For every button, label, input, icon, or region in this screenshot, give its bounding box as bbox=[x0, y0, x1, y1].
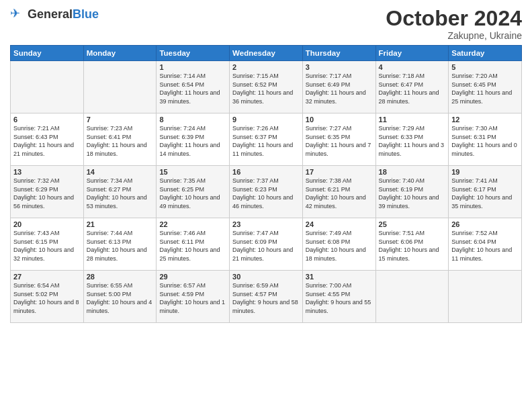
col-wednesday: Wednesday bbox=[230, 46, 303, 61]
day-detail: Sunrise: 7:21 AM Sunset: 6:43 PM Dayligh… bbox=[13, 124, 81, 158]
table-row: 3Sunrise: 7:17 AM Sunset: 6:49 PM Daylig… bbox=[302, 61, 375, 113]
day-detail: Sunrise: 7:32 AM Sunset: 6:29 PM Dayligh… bbox=[13, 177, 81, 210]
table-row: 12Sunrise: 7:30 AM Sunset: 6:31 PM Dayli… bbox=[449, 113, 522, 166]
day-number: 4 bbox=[379, 63, 446, 71]
table-row: 10Sunrise: 7:27 AM Sunset: 6:35 PM Dayli… bbox=[302, 113, 375, 166]
day-detail: Sunrise: 7:27 AM Sunset: 6:35 PM Dayligh… bbox=[306, 124, 373, 158]
day-detail: Sunrise: 7:17 AM Sunset: 6:49 PM Dayligh… bbox=[306, 72, 373, 105]
table-row bbox=[11, 61, 84, 113]
table-row: 7Sunrise: 7:23 AM Sunset: 6:41 PM Daylig… bbox=[83, 113, 157, 166]
table-row: 17Sunrise: 7:38 AM Sunset: 6:21 PM Dayli… bbox=[302, 166, 375, 218]
table-row: 16Sunrise: 7:37 AM Sunset: 6:23 PM Dayli… bbox=[230, 166, 303, 218]
day-detail: Sunrise: 7:30 AM Sunset: 6:31 PM Dayligh… bbox=[451, 124, 519, 158]
logo-general-text: General bbox=[28, 7, 73, 21]
calendar-week-row: 1Sunrise: 7:14 AM Sunset: 6:54 PM Daylig… bbox=[11, 61, 522, 113]
calendar-header-row: Sunday Monday Tuesday Wednesday Thursday… bbox=[11, 46, 522, 61]
table-row: 31Sunrise: 7:00 AM Sunset: 4:55 PM Dayli… bbox=[302, 271, 375, 323]
col-thursday: Thursday bbox=[302, 46, 375, 61]
day-number: 6 bbox=[13, 116, 81, 124]
day-detail: Sunrise: 7:43 AM Sunset: 6:15 PM Dayligh… bbox=[13, 229, 81, 263]
col-sunday: Sunday bbox=[11, 46, 84, 61]
location-title: Zakupne, Ukraine bbox=[386, 30, 522, 41]
day-detail: Sunrise: 7:41 AM Sunset: 6:17 PM Dayligh… bbox=[451, 177, 519, 210]
day-detail: Sunrise: 7:14 AM Sunset: 6:54 PM Dayligh… bbox=[159, 72, 226, 105]
calendar-week-row: 6Sunrise: 7:21 AM Sunset: 6:43 PM Daylig… bbox=[11, 113, 522, 166]
day-number: 18 bbox=[379, 168, 446, 176]
table-row: 4Sunrise: 7:18 AM Sunset: 6:47 PM Daylig… bbox=[375, 61, 449, 113]
table-row: 1Sunrise: 7:14 AM Sunset: 6:54 PM Daylig… bbox=[157, 61, 230, 113]
day-number: 17 bbox=[306, 168, 373, 176]
day-number: 19 bbox=[451, 168, 519, 176]
calendar-week-row: 20Sunrise: 7:43 AM Sunset: 6:15 PM Dayli… bbox=[11, 218, 522, 271]
day-detail: Sunrise: 7:52 AM Sunset: 6:04 PM Dayligh… bbox=[451, 229, 519, 263]
day-number: 1 bbox=[159, 63, 226, 71]
table-row bbox=[83, 61, 157, 113]
table-row bbox=[375, 271, 449, 323]
calendar-week-row: 27Sunrise: 6:54 AM Sunset: 5:02 PM Dayli… bbox=[11, 271, 522, 323]
col-saturday: Saturday bbox=[449, 46, 522, 61]
table-row: 29Sunrise: 6:57 AM Sunset: 4:59 PM Dayli… bbox=[157, 271, 230, 323]
day-number: 8 bbox=[159, 116, 226, 124]
day-detail: Sunrise: 7:34 AM Sunset: 6:27 PM Dayligh… bbox=[87, 177, 154, 210]
day-number: 15 bbox=[159, 168, 226, 176]
logo: ✈ GeneralBlue bbox=[10, 7, 99, 21]
logo-blue-text: Blue bbox=[73, 7, 99, 21]
day-detail: Sunrise: 6:57 AM Sunset: 4:59 PM Dayligh… bbox=[159, 281, 226, 315]
day-number: 10 bbox=[306, 116, 373, 124]
table-row: 6Sunrise: 7:21 AM Sunset: 6:43 PM Daylig… bbox=[11, 113, 84, 166]
day-detail: Sunrise: 7:18 AM Sunset: 6:47 PM Dayligh… bbox=[379, 72, 446, 105]
table-row: 20Sunrise: 7:43 AM Sunset: 6:15 PM Dayli… bbox=[11, 218, 84, 271]
table-row: 27Sunrise: 6:54 AM Sunset: 5:02 PM Dayli… bbox=[11, 271, 84, 323]
month-title: October 2024 bbox=[386, 7, 522, 30]
table-row: 28Sunrise: 6:55 AM Sunset: 5:00 PM Dayli… bbox=[83, 271, 157, 323]
table-row: 13Sunrise: 7:32 AM Sunset: 6:29 PM Dayli… bbox=[11, 166, 84, 218]
day-detail: Sunrise: 7:38 AM Sunset: 6:21 PM Dayligh… bbox=[306, 177, 373, 210]
table-row bbox=[449, 271, 522, 323]
day-number: 23 bbox=[232, 220, 300, 228]
table-row: 2Sunrise: 7:15 AM Sunset: 6:52 PM Daylig… bbox=[230, 61, 303, 113]
day-number: 30 bbox=[232, 273, 300, 281]
day-number: 29 bbox=[159, 273, 226, 281]
day-detail: Sunrise: 7:15 AM Sunset: 6:52 PM Dayligh… bbox=[232, 72, 300, 105]
day-number: 13 bbox=[13, 168, 81, 176]
day-number: 27 bbox=[13, 273, 81, 281]
logo-icon: ✈ bbox=[10, 7, 25, 21]
table-row: 30Sunrise: 6:59 AM Sunset: 4:57 PM Dayli… bbox=[230, 271, 303, 323]
day-detail: Sunrise: 6:55 AM Sunset: 5:00 PM Dayligh… bbox=[87, 281, 154, 315]
day-number: 31 bbox=[306, 273, 373, 281]
table-row: 22Sunrise: 7:46 AM Sunset: 6:11 PM Dayli… bbox=[157, 218, 230, 271]
svg-text:✈: ✈ bbox=[10, 7, 20, 20]
day-number: 9 bbox=[232, 116, 300, 124]
day-detail: Sunrise: 7:40 AM Sunset: 6:19 PM Dayligh… bbox=[379, 177, 446, 210]
day-number: 22 bbox=[159, 220, 226, 228]
day-detail: Sunrise: 7:46 AM Sunset: 6:11 PM Dayligh… bbox=[159, 229, 226, 263]
table-row: 19Sunrise: 7:41 AM Sunset: 6:17 PM Dayli… bbox=[449, 166, 522, 218]
day-number: 28 bbox=[87, 273, 154, 281]
table-row: 15Sunrise: 7:35 AM Sunset: 6:25 PM Dayli… bbox=[157, 166, 230, 218]
day-detail: Sunrise: 7:00 AM Sunset: 4:55 PM Dayligh… bbox=[306, 281, 373, 315]
day-detail: Sunrise: 7:26 AM Sunset: 6:37 PM Dayligh… bbox=[232, 124, 300, 158]
day-number: 25 bbox=[379, 220, 446, 228]
calendar-week-row: 13Sunrise: 7:32 AM Sunset: 6:29 PM Dayli… bbox=[11, 166, 522, 218]
day-number: 7 bbox=[87, 116, 154, 124]
table-row: 21Sunrise: 7:44 AM Sunset: 6:13 PM Dayli… bbox=[83, 218, 157, 271]
table-row: 9Sunrise: 7:26 AM Sunset: 6:37 PM Daylig… bbox=[230, 113, 303, 166]
day-detail: Sunrise: 7:51 AM Sunset: 6:06 PM Dayligh… bbox=[379, 229, 446, 263]
day-detail: Sunrise: 7:44 AM Sunset: 6:13 PM Dayligh… bbox=[87, 229, 154, 263]
day-detail: Sunrise: 7:20 AM Sunset: 6:45 PM Dayligh… bbox=[451, 72, 519, 105]
day-detail: Sunrise: 6:59 AM Sunset: 4:57 PM Dayligh… bbox=[232, 281, 300, 315]
table-row: 5Sunrise: 7:20 AM Sunset: 6:45 PM Daylig… bbox=[449, 61, 522, 113]
day-number: 11 bbox=[379, 116, 446, 124]
title-block: October 2024 Zakupne, Ukraine bbox=[386, 7, 522, 41]
day-detail: Sunrise: 7:24 AM Sunset: 6:39 PM Dayligh… bbox=[159, 124, 226, 158]
day-detail: Sunrise: 6:54 AM Sunset: 5:02 PM Dayligh… bbox=[13, 281, 81, 315]
table-row: 25Sunrise: 7:51 AM Sunset: 6:06 PM Dayli… bbox=[375, 218, 449, 271]
table-row: 24Sunrise: 7:49 AM Sunset: 6:08 PM Dayli… bbox=[302, 218, 375, 271]
table-row: 11Sunrise: 7:29 AM Sunset: 6:33 PM Dayli… bbox=[375, 113, 449, 166]
table-row: 14Sunrise: 7:34 AM Sunset: 6:27 PM Dayli… bbox=[83, 166, 157, 218]
day-number: 14 bbox=[87, 168, 154, 176]
col-tuesday: Tuesday bbox=[157, 46, 230, 61]
day-number: 5 bbox=[451, 63, 519, 71]
day-number: 16 bbox=[232, 168, 300, 176]
day-detail: Sunrise: 7:23 AM Sunset: 6:41 PM Dayligh… bbox=[87, 124, 154, 158]
